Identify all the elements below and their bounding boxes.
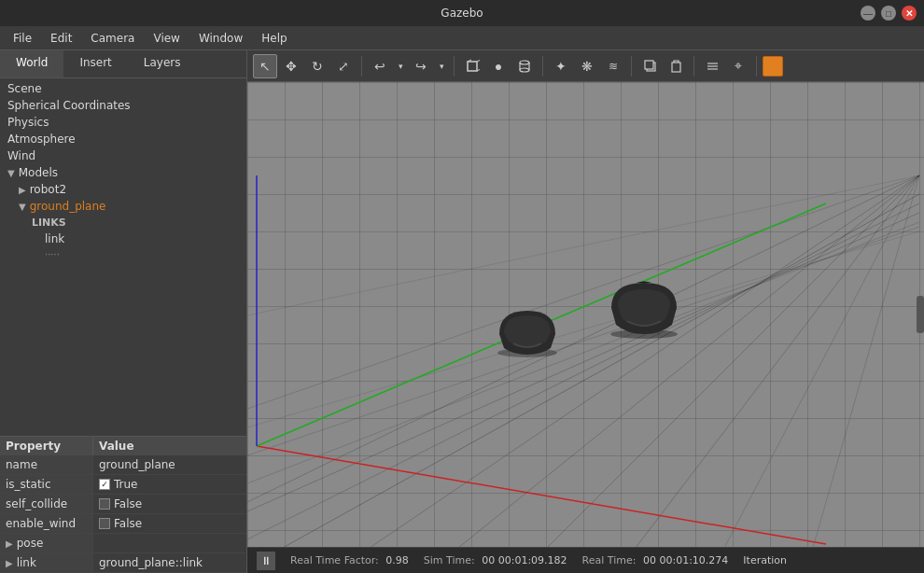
undo-button[interactable]: ↩ [368, 54, 392, 78]
tree-label: Scene [7, 82, 42, 95]
prop-val-link: ground_plane::link [93, 553, 246, 572]
toolbar-separator-5 [693, 56, 694, 77]
spot-light-button[interactable]: ❋ [575, 54, 599, 78]
viewport[interactable] [247, 82, 924, 547]
right-panel: ↖ ✥ ↻ ⤢ ↩ ▾ ↪ ▾ ● ✦ ❋ ≋ [247, 50, 924, 573]
prop-val-pose [93, 534, 246, 552]
minimize-button[interactable]: — [861, 6, 875, 21]
toolbar-separator-3 [542, 56, 543, 77]
pose-expandable[interactable]: ▶ pose [6, 537, 87, 550]
translate-tool-button[interactable]: ✥ [279, 54, 303, 78]
tree-wind[interactable]: Wind [0, 147, 246, 164]
paste-button[interactable] [664, 54, 688, 78]
tab-insert[interactable]: Insert [63, 50, 127, 77]
menu-camera[interactable]: Camera [81, 30, 144, 47]
window-controls[interactable]: — □ ✕ [861, 6, 917, 21]
rotate-tool-button[interactable]: ↻ [305, 54, 329, 78]
toolbar-separator-4 [631, 56, 632, 77]
prop-key-pose: ▶ pose [0, 534, 93, 552]
point-light-button[interactable]: ✦ [549, 54, 573, 78]
prop-val-name: ground_plane [93, 455, 246, 474]
tab-layers[interactable]: Layers [128, 50, 197, 77]
tree-physics[interactable]: Physics [0, 114, 246, 131]
scale-tool-button[interactable]: ⤢ [331, 54, 356, 78]
left-panel: World Insert Layers Scene Spherical Coor… [0, 50, 247, 573]
sim-time-label: Sim Time: [424, 554, 475, 566]
tree-link2: ····· [0, 247, 246, 261]
close-button[interactable]: ✕ [902, 6, 917, 21]
tree-label: ····· [45, 249, 60, 259]
tree-label: LINKS [32, 217, 66, 229]
prop-header: Property Value [0, 437, 246, 455]
toolbar-separator-1 [361, 56, 362, 77]
color-picker-button[interactable] [763, 56, 783, 77]
link-label: link [17, 556, 36, 569]
dir-light-button[interactable]: ≋ [601, 54, 625, 78]
prop-row-link[interactable]: ▶ link ground_plane::link [0, 553, 246, 573]
sim-time-value: 00 00:01:09.182 [482, 554, 567, 566]
prop-row-pose[interactable]: ▶ pose [0, 534, 246, 553]
viewport-right-handle[interactable] [917, 296, 924, 333]
tree-label: robot2 [30, 183, 66, 196]
main-layout: World Insert Layers Scene Spherical Coor… [0, 50, 924, 573]
tree-spherical-coords[interactable]: Spherical Coordinates [0, 97, 246, 114]
checkbox-self-collide[interactable] [99, 498, 110, 510]
maximize-button[interactable]: □ [881, 6, 896, 21]
prop-row-name[interactable]: name ground_plane [0, 455, 246, 475]
prop-key-self-collide: self_collide [0, 495, 93, 513]
tree-label: Models [19, 166, 58, 179]
robot-model-right[interactable] [607, 278, 681, 339]
tree-links-section: LINKS [0, 215, 246, 231]
align-button[interactable] [700, 54, 724, 78]
tree-label: link [45, 232, 64, 245]
tree-scene[interactable]: Scene [0, 80, 246, 97]
menu-edit[interactable]: Edit [41, 30, 81, 47]
expand-icon: ▼ [19, 202, 26, 212]
tree-label: Spherical Coordinates [7, 99, 131, 112]
menu-window[interactable]: Window [189, 30, 252, 47]
checkbox-enable-wind[interactable] [99, 518, 110, 529]
prop-col-property: Property [0, 437, 93, 455]
enable-wind-label: False [114, 517, 142, 530]
tab-world[interactable]: World [0, 50, 63, 77]
app-title: Gazebo [441, 7, 483, 20]
real-time: Real Time: 00 00:01:10.274 [582, 554, 729, 566]
is-static-label: True [114, 478, 138, 491]
tree-robot2[interactable]: ▶ robot2 [0, 181, 246, 198]
menu-help[interactable]: Help [252, 30, 296, 47]
robot-model-left[interactable] [495, 306, 560, 357]
undo-dropdown-button[interactable]: ▾ [394, 54, 407, 78]
real-time-value: 00 00:01:10.274 [643, 554, 728, 566]
tree-models[interactable]: ▼ Models [0, 164, 246, 181]
svg-rect-10 [672, 63, 680, 72]
tree-ground-plane[interactable]: ▼ ground_plane [0, 198, 246, 215]
tab-bar: World Insert Layers [0, 50, 246, 78]
menu-view[interactable]: View [144, 30, 189, 47]
prop-row-is-static[interactable]: is_static ✓ True [0, 475, 246, 495]
sphere-shape-button[interactable]: ● [486, 54, 511, 78]
menu-file[interactable]: File [4, 30, 41, 47]
copy-button[interactable] [637, 54, 662, 78]
checkbox-is-static[interactable]: ✓ [99, 479, 110, 490]
prop-row-enable-wind[interactable]: enable_wind False [0, 514, 246, 534]
pause-icon: ⏸ [260, 554, 272, 567]
redo-button[interactable]: ↪ [409, 54, 433, 78]
link-expandable[interactable]: ▶ link [6, 556, 87, 569]
snap-button[interactable]: ⌖ [726, 54, 750, 78]
expand-icon: ▼ [7, 168, 15, 178]
pause-button[interactable]: ⏸ [257, 552, 275, 570]
rtf-label: Real Time Factor: [290, 554, 379, 566]
cylinder-shape-button[interactable] [512, 54, 537, 78]
box-shape-button[interactable] [460, 54, 484, 78]
select-tool-button[interactable]: ↖ [253, 54, 277, 78]
statusbar: ⏸ Real Time Factor: 0.98 Sim Time: 00 00… [247, 547, 924, 573]
toolbar-separator-2 [454, 56, 455, 77]
real-time-factor: Real Time Factor: 0.98 [290, 554, 409, 566]
tree-atmosphere[interactable]: Atmosphere [0, 131, 246, 147]
redo-dropdown-button[interactable]: ▾ [435, 54, 448, 78]
properties-panel: Property Value name ground_plane is_stat… [0, 436, 246, 573]
sim-time: Sim Time: 00 00:01:09.182 [424, 554, 567, 566]
tree-link[interactable]: link [0, 231, 246, 247]
prop-row-self-collide[interactable]: self_collide False [0, 495, 246, 514]
scene-tree: Scene Spherical Coordinates Physics Atmo… [0, 78, 246, 436]
